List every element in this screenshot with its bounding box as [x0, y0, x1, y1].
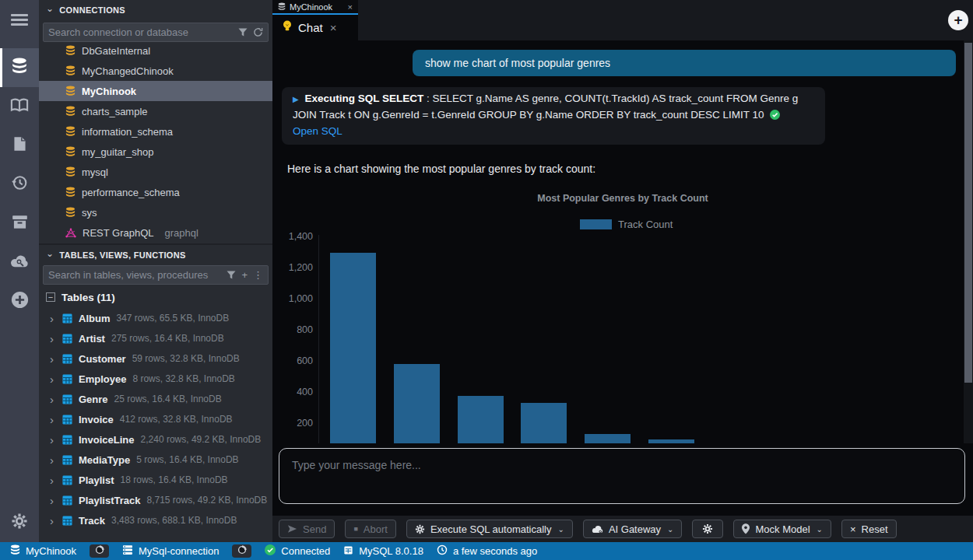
rail-item-docs[interactable] [0, 87, 39, 126]
connection-label: information_schema [82, 126, 173, 138]
rail-item-archive[interactable] [0, 204, 39, 243]
table-name: Genre [79, 394, 108, 405]
table-item[interactable]: ›MediaType5 rows, 16.4 KB, InnoDB [39, 450, 272, 470]
chevron-right-icon[interactable]: › [50, 494, 62, 507]
chevron-right-icon[interactable]: › [50, 312, 62, 325]
chart-bar [521, 403, 567, 443]
add-icon[interactable]: + [241, 269, 248, 281]
check-circle-icon [265, 544, 276, 558]
connection-item[interactable]: mysql [39, 162, 272, 182]
tables-searchbox: + ⋮ [43, 265, 269, 285]
connection-item[interactable]: information_schema [39, 121, 272, 142]
tables-group-row[interactable]: − Tables (11) [39, 287, 272, 307]
chevron-right-icon[interactable]: › [50, 433, 62, 446]
table-item[interactable]: ›Genre25 rows, 16.4 KB, InnoDB [39, 389, 272, 409]
table-item[interactable]: ›Invoice412 rows, 32.8 KB, InnoDB [39, 409, 272, 429]
app-window: ⌄ CONNECTIONS DbGateInternalMyChangedChi… [0, 0, 973, 560]
connection-item[interactable]: performance_schema [39, 182, 272, 202]
chevron-right-icon[interactable]: › [50, 474, 62, 487]
menu-button[interactable] [0, 0, 39, 39]
table-name: Artist [79, 333, 105, 345]
table-name: Employee [79, 373, 126, 385]
chart-bar [458, 396, 504, 443]
database-icon [278, 0, 286, 14]
chevron-down-icon: ⌄ [817, 525, 823, 534]
chevron-right-icon[interactable]: › [50, 352, 62, 366]
chart-bar [394, 364, 440, 443]
file-icon [13, 136, 26, 155]
tables-header[interactable]: ⌄ TABLES, VIEWS, FUNCTIONS [39, 245, 272, 265]
ai-gateway-dropdown[interactable]: AI Gateway ⌄ [583, 520, 683, 538]
table-item[interactable]: ›PlaylistTrack8,715 rows, 49.2 KB, InnoD… [39, 490, 272, 510]
chevron-right-icon[interactable]: › [50, 453, 62, 467]
table-item[interactable]: ›Employee8 rows, 32.8 KB, InnoDB [39, 369, 272, 389]
rail-item-database[interactable] [0, 48, 39, 87]
connection-item[interactable]: sys [39, 202, 272, 222]
message-input[interactable] [279, 449, 964, 503]
chevron-right-icon[interactable]: › [50, 393, 62, 406]
filter-icon[interactable] [238, 28, 248, 37]
table-icon [62, 495, 72, 506]
scrollbar-thumb[interactable] [964, 43, 972, 383]
settings-button[interactable] [692, 520, 723, 538]
database-server-icon [343, 545, 353, 558]
connections-header[interactable]: ⌄ CONNECTIONS [39, 0, 272, 20]
reset-button[interactable]: × Reset [841, 520, 897, 538]
table-item[interactable]: ›Album347 rows, 65.5 KB, InnoDB [39, 308, 272, 328]
table-item[interactable]: ›Track3,483 rows, 688.1 KB, InnoDB [39, 510, 272, 530]
statusbar-connected[interactable]: Connected [265, 544, 330, 558]
tab-database-mychinook[interactable]: MyChinook × [272, 0, 358, 13]
bar-chart: 1,4001,2001,000800600400200 [272, 40, 964, 443]
table-icon [62, 435, 72, 445]
table-details: 2,240 rows, 49.2 KB, InnoDB [141, 434, 262, 445]
rail-item-cloud-search[interactable] [0, 243, 39, 282]
context-badge[interactable] [90, 544, 109, 558]
connection-item[interactable]: MyChangedChinook [39, 61, 272, 81]
statusbar-database-label: MyChinook [26, 545, 76, 557]
tab-strip: MyChinook × Chat × + [272, 0, 973, 40]
model-dropdown[interactable]: Mock Model ⌄ [733, 520, 831, 538]
close-icon[interactable]: × [330, 21, 337, 34]
chevron-right-icon[interactable]: › [50, 413, 62, 426]
connections-search-input[interactable] [48, 26, 233, 38]
rail-item-settings[interactable] [0, 503, 39, 542]
kebab-menu-icon[interactable]: ⋮ [253, 269, 263, 281]
table-details: 347 rows, 65.5 KB, InnoDB [116, 313, 229, 324]
statusbar-server-version[interactable]: MySQL 8.0.18 [343, 545, 423, 558]
connection-item[interactable]: charts_sample [39, 101, 272, 121]
chevron-right-icon[interactable]: › [50, 514, 62, 527]
abort-button[interactable]: ■ Abort [345, 520, 396, 538]
database-icon [10, 58, 29, 78]
execute-mode-dropdown[interactable]: Execute SQL automatically ⌄ [406, 520, 573, 538]
connection-item[interactable]: my_guitar_shop [39, 142, 272, 162]
table-item[interactable]: ›Customer59 rows, 32.8 KB, InnoDB [39, 348, 272, 369]
chevron-right-icon[interactable]: › [50, 373, 62, 386]
connection-item[interactable]: DbGateInternal [39, 40, 272, 61]
rail-item-files[interactable] [0, 126, 39, 165]
close-icon[interactable]: × [348, 2, 353, 12]
gear-icon [11, 513, 28, 533]
tab-chat[interactable]: Chat × [272, 15, 358, 40]
table-details: 25 rows, 16.4 KB, InnoDB [114, 394, 222, 404]
connection-item[interactable]: REST GraphQLgraphql [39, 222, 272, 243]
refresh-icon[interactable] [253, 27, 263, 37]
rail-item-add-connection[interactable] [0, 282, 39, 320]
tables-search-input[interactable] [48, 269, 221, 281]
statusbar-refresh-age[interactable]: a few seconds ago [437, 544, 537, 558]
filter-icon[interactable] [227, 271, 236, 280]
statusbar-database[interactable]: MyChinook [10, 544, 76, 558]
connection-label: charts_sample [82, 106, 148, 117]
new-tab-button[interactable]: + [948, 10, 968, 30]
connection-item[interactable]: MyChinook [39, 81, 272, 101]
table-item[interactable]: ›InvoiceLine2,240 rows, 49.2 KB, InnoDB [39, 429, 272, 450]
collapse-icon[interactable]: − [46, 292, 55, 302]
table-item[interactable]: ›Playlist18 rows, 16.4 KB, InnoDB [39, 470, 272, 490]
table-item[interactable]: ›Artist275 rows, 16.4 KB, InnoDB [39, 328, 272, 348]
table-name: Customer [79, 353, 126, 365]
send-button[interactable]: Send [279, 520, 335, 538]
context-badge[interactable] [232, 544, 251, 558]
pin-icon [742, 523, 750, 534]
statusbar-connection[interactable]: MySql-connection [122, 544, 219, 558]
rail-item-history[interactable] [0, 165, 39, 204]
chevron-right-icon[interactable]: › [50, 332, 62, 345]
